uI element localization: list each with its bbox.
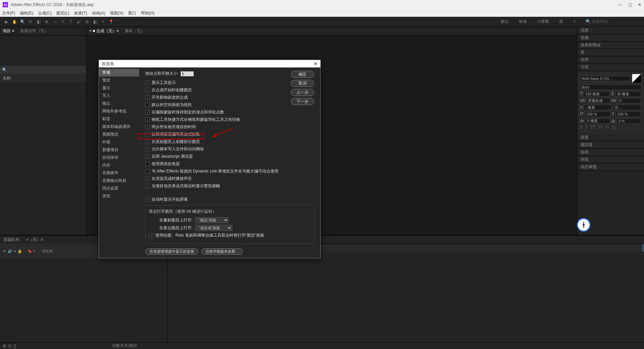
prefs-sidebar-item[interactable]: 网格和参考线 — [99, 107, 139, 115]
tab-timeline-none[interactable]: ×（无）≡ — [26, 237, 43, 243]
pref-checkbox[interactable]: ✓ — [145, 177, 150, 181]
panel-motion-sketch[interactable]: 动态草图 — [577, 163, 644, 171]
small-caps-icon[interactable]: Tᴛ — [598, 125, 602, 130]
panel-brush[interactable]: 画笔 — [577, 156, 644, 163]
panel-tracker[interactable]: 跟踪器 — [577, 141, 644, 149]
selection-tool-icon[interactable]: ▶ — [3, 18, 10, 26]
kerning-input[interactable] — [586, 98, 610, 103]
subscript-icon[interactable]: T₁ — [612, 125, 616, 130]
workspace-small[interactable]: 小屏幕 — [537, 19, 549, 24]
workspace-library[interactable]: 库 — [559, 19, 563, 24]
tracking-input[interactable] — [618, 98, 641, 103]
check-use-paint[interactable]: ✓ — [149, 233, 153, 238]
faux-italic-icon[interactable]: T — [585, 125, 587, 130]
menu-window[interactable]: 窗口 — [128, 10, 136, 16]
workspace-overflow-icon[interactable]: » — [573, 19, 576, 24]
type-tool-icon[interactable]: T — [67, 18, 74, 26]
pref-checkbox[interactable]: ✓ — [145, 88, 150, 92]
eye-icon[interactable]: 👁 — [3, 249, 6, 253]
pen-tool-icon[interactable]: ✎ — [59, 18, 66, 26]
font-size-input[interactable] — [584, 91, 610, 97]
panel-info[interactable]: 信息 — [577, 27, 644, 34]
footage-open-select[interactable]: "图层"面板 — [195, 217, 229, 223]
font-family-input[interactable] — [580, 76, 631, 81]
menu-file[interactable]: 文件(F) — [2, 10, 15, 16]
toggle-icon[interactable]: ⊞ — [3, 344, 6, 348]
project-column-name[interactable]: 名称 — [0, 74, 86, 83]
menu-edit[interactable]: 编辑(E) — [20, 10, 33, 16]
fill-stroke-swatch[interactable] — [632, 74, 641, 83]
pref-checkbox[interactable]: ✓ — [145, 154, 150, 159]
prefs-sidebar-item[interactable]: 预览 — [99, 77, 139, 84]
tsume-input[interactable] — [617, 118, 641, 124]
prefs-sidebar-item[interactable]: 内存 — [99, 161, 139, 169]
toggle-icon-3[interactable]: {} — [13, 344, 16, 348]
lock-icon[interactable]: 🔒 — [17, 249, 22, 253]
pref-checkbox[interactable] — [145, 169, 150, 173]
stroke-width-input[interactable] — [584, 105, 612, 110]
tab-footage[interactable]: 素材（无） — [125, 28, 145, 34]
prefs-sidebar-item[interactable]: 媒体和磁盘缓存 — [99, 123, 139, 131]
menu-view[interactable]: 视图(V) — [110, 10, 123, 16]
workspace-search-icon[interactable]: 🔍 搜索帮助 — [586, 19, 608, 24]
prefs-sidebar-item[interactable]: 新建项目 — [99, 146, 139, 154]
prefs-sidebar-item[interactable]: 外观 — [99, 138, 139, 146]
eraser-tool-icon[interactable]: ◧ — [91, 18, 99, 26]
workspace-standard[interactable]: 标准 — [519, 19, 527, 24]
path-size-input[interactable] — [180, 71, 194, 77]
close-button[interactable]: ✕ — [638, 2, 641, 7]
cancel-button[interactable]: 取消 — [291, 80, 314, 87]
prefs-sidebar-item[interactable]: 音频输出映射 — [99, 177, 139, 185]
pref-checkbox[interactable]: ✓ — [145, 117, 150, 122]
tab-project[interactable]: 项目 ≡ — [3, 28, 14, 34]
superscript-icon[interactable]: T¹ — [605, 125, 609, 130]
tab-composition[interactable]: × ■ 合成（无）≡ — [89, 28, 119, 34]
prefs-sidebar-item[interactable]: 同步设置 — [99, 185, 139, 192]
font-weight-input[interactable] — [580, 85, 641, 90]
brush-tool-icon[interactable]: 🖌 — [75, 18, 83, 26]
pref-checkbox[interactable]: ✓ — [145, 140, 150, 144]
maximize-button[interactable]: ▢ — [628, 2, 632, 7]
toggle-switches-label[interactable]: 切换开关/模式 — [112, 343, 137, 349]
workspace-default[interactable]: 默认 — [501, 19, 509, 24]
panel-library[interactable]: 库 — [577, 49, 644, 56]
prefs-sidebar-item[interactable]: 视频预览 — [99, 131, 139, 138]
prefs-sidebar-item[interactable]: 标签 — [99, 115, 139, 123]
pref-checkbox[interactable] — [145, 162, 150, 166]
hand-tool-icon[interactable]: ✋ — [11, 18, 18, 26]
puppet-tool-icon[interactable]: 📍 — [107, 18, 115, 26]
menu-composition[interactable]: 合成(C) — [38, 10, 52, 16]
pref-checkbox[interactable]: ✓ — [145, 184, 150, 188]
pref-checkbox[interactable]: ✓ — [145, 95, 150, 100]
camera-tool-icon[interactable]: ◧ — [35, 18, 42, 26]
pref-checkbox[interactable]: ✓ — [145, 81, 150, 85]
panel-paragraph[interactable]: 段落 — [577, 134, 644, 141]
pref-checkbox[interactable]: ✓ — [145, 147, 150, 151]
next-button[interactable]: 下一步 — [291, 98, 314, 105]
panel-effects-presets[interactable]: 效果和预设 — [577, 42, 644, 49]
panel-character[interactable]: 字符 — [577, 64, 644, 71]
toggle-icon-2[interactable]: ⊡ — [8, 344, 11, 348]
menu-layer[interactable]: 图层(L) — [56, 10, 69, 16]
baseline-input[interactable] — [585, 118, 610, 124]
pref-checkbox[interactable]: ✓ — [145, 110, 150, 114]
dialog-close-icon[interactable]: ✕ — [314, 61, 318, 66]
search-icon[interactable]: 🔍 — [2, 67, 7, 72]
panel-align[interactable]: 对齐 — [577, 56, 644, 64]
migrate-settings-button[interactable]: 迁移早期版本设置... — [201, 248, 243, 255]
tab-render-queue[interactable]: 渲染队列 — [3, 237, 19, 243]
hscale-input[interactable] — [616, 111, 642, 117]
prefs-sidebar-item[interactable]: 常规 — [99, 69, 139, 77]
prefs-sidebar-item[interactable]: 音频硬件 — [99, 169, 139, 177]
fill-over-stroke-input[interactable] — [613, 105, 641, 110]
prefs-sidebar-item[interactable]: 输出 — [99, 100, 139, 107]
pref-checkbox[interactable]: ✓ — [145, 132, 150, 137]
panel-audio[interactable]: 音频 — [577, 34, 644, 42]
tab-effect-controls[interactable]: 效果控件（无） — [20, 28, 48, 34]
minimize-button[interactable]: — — [618, 2, 622, 7]
panel-paint[interactable]: 绘画 — [577, 149, 644, 156]
prefs-sidebar-item[interactable]: 自动保存 — [99, 154, 139, 161]
all-caps-icon[interactable]: TT — [590, 125, 595, 130]
check-auto-start[interactable]: ✓ — [145, 197, 150, 202]
audio-toggle-icon[interactable]: 🔊 — [8, 249, 12, 253]
